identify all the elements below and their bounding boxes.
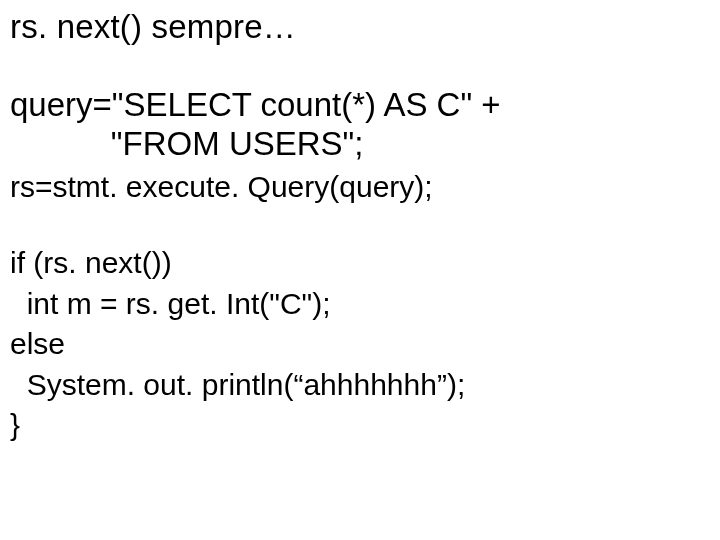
- code-line: else: [10, 324, 710, 365]
- code-line: }: [10, 405, 710, 446]
- code-line: query="SELECT count(*) AS C" +: [10, 86, 710, 125]
- code-line: if (rs. next()): [10, 243, 710, 284]
- code-block-logic: rs=stmt. execute. Query(query); if (rs. …: [10, 167, 710, 446]
- spacer: [10, 207, 710, 243]
- slide-title: rs. next() sempre…: [10, 8, 710, 46]
- code-line: "FROM USERS";: [10, 125, 710, 164]
- code-block-query: query="SELECT count(*) AS C" + "FROM USE…: [10, 86, 710, 164]
- code-line: System. out. println(“ahhhhhhh”);: [10, 365, 710, 406]
- slide: rs. next() sempre… query="SELECT count(*…: [0, 0, 720, 540]
- code-line: rs=stmt. execute. Query(query);: [10, 167, 710, 208]
- code-line: int m = rs. get. Int("C");: [10, 284, 710, 325]
